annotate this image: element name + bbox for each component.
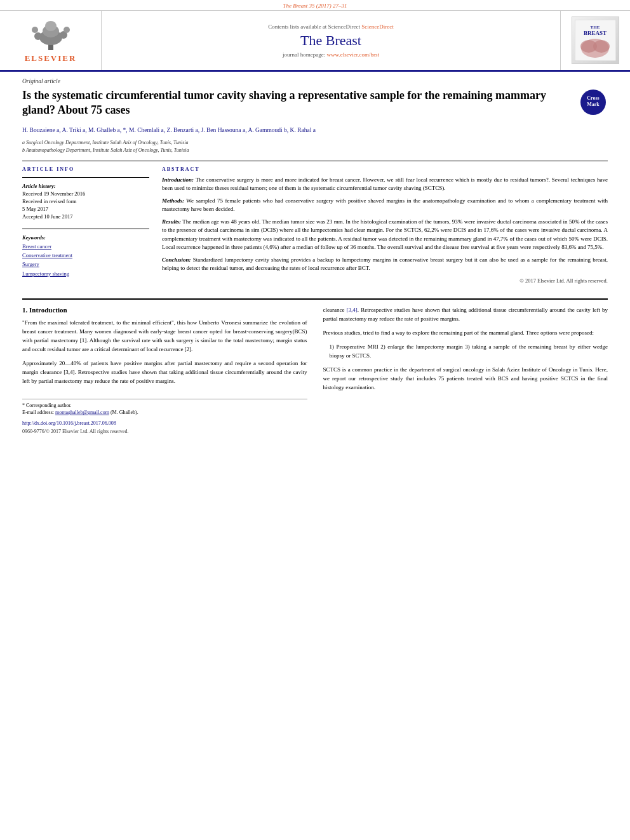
svg-text:THE: THE <box>591 25 600 30</box>
divider-1 <box>22 161 608 161</box>
body-para2: Approximately 20—40% of patients have po… <box>22 359 307 386</box>
abstract-header: ABSTRACT <box>162 166 608 172</box>
elsevier-wordmark: ELSEVIER <box>25 53 77 63</box>
svg-text:Cross: Cross <box>587 95 599 101</box>
main-content: 1. Introduction "From the maximal tolera… <box>0 306 630 434</box>
numbered-list: 1) Preoperative MRI 2) enlarge the lumpe… <box>330 343 608 361</box>
conclusion-text: Standardized lumpectomy cavity shaving p… <box>162 257 608 272</box>
methods-text: We sampled 75 female patients who had co… <box>162 197 608 213</box>
numbered-item-1: 1) Preoperative MRI 2) enlarge the lumpe… <box>330 343 608 361</box>
crossmark-icon: Cross Mark <box>579 88 608 117</box>
doi-link[interactable]: http://dx.doi.org/10.1016/j.breast.2017.… <box>22 420 116 426</box>
results-label: Results: <box>162 218 181 225</box>
ref-3-4-link[interactable]: [3,4] <box>347 307 358 313</box>
keywords-label: Keywords: <box>22 234 149 241</box>
keyword-4: Lumpectomy shaving <box>22 269 149 278</box>
article-history-label: Article history: <box>22 183 149 189</box>
article-history: Article history: Received 19 November 20… <box>22 183 149 221</box>
svg-point-6 <box>32 27 38 33</box>
affiliations: a Surgical Oncology Department, Institut… <box>22 139 608 154</box>
revised-label: Received in revised form <box>22 198 149 206</box>
article-info-abstract: ARTICLE INFO Article history: Received 1… <box>22 166 608 286</box>
affiliation-a: a Surgical Oncology Department, Institut… <box>22 139 608 147</box>
divider-2 <box>22 177 149 178</box>
revised-date: 5 May 2017 <box>22 206 149 213</box>
journal-citation-bar: The Breast 35 (2017) 27–31 <box>0 0 630 11</box>
article-content: Original article Is the systematic circu… <box>0 72 630 292</box>
body-left: 1. Introduction "From the maximal tolera… <box>22 306 307 434</box>
body-columns: 1. Introduction "From the maximal tolera… <box>22 306 608 434</box>
left-column: ARTICLE INFO Article history: Received 1… <box>22 166 149 286</box>
keywords-section: Keywords: Breast cancer Conservative tre… <box>22 234 149 279</box>
journal-title: The Breast <box>300 32 361 49</box>
issn-line: 0960-9776/© 2017 Elsevier Ltd. All right… <box>22 429 307 434</box>
journal-header: ELSEVIER Contents lists available at Sci… <box>0 11 630 72</box>
sciencedirect-link[interactable]: ScienceDirect <box>361 23 393 30</box>
journal-citation: The Breast 35 (2017) 27–31 <box>283 3 347 9</box>
email-address-note: E-mail address: montaghalleb@gmail.com (… <box>22 409 307 416</box>
received-date: Received 19 November 2016 <box>22 190 149 198</box>
bottom-divider <box>22 298 608 300</box>
svg-text:BREAST: BREAST <box>584 30 607 36</box>
svg-point-4 <box>34 32 42 40</box>
svg-text:Mark: Mark <box>587 102 600 107</box>
section1-title: 1. Introduction <box>22 306 307 314</box>
abstract-results: Results: The median age was 48 years old… <box>162 218 608 252</box>
conclusion-label: Conclusion: <box>162 257 191 263</box>
body-para4: SCTCS is a common practice in the depart… <box>323 366 608 392</box>
results-text: The median age was 48 years old. The med… <box>162 218 608 251</box>
abstract-methods: Methods: We sampled 75 female patients w… <box>162 197 608 214</box>
journal-homepage-link[interactable]: www.elsevier.com/brst <box>327 51 379 58</box>
journal-title-area: Contents lists available at ScienceDirec… <box>102 11 560 70</box>
article-info-header: ARTICLE INFO <box>22 166 149 172</box>
intro-text: The conservative surgery is more and mor… <box>162 177 608 192</box>
abstract-conclusion: Conclusion: Standardized lumpectomy cavi… <box>162 256 608 273</box>
body-para1: "From the maximal tolerated treatment, t… <box>22 319 307 354</box>
affiliation-b: b Anatomopathology Department, Institute… <box>22 147 608 154</box>
email-link[interactable]: montaghalleb@gmail.com <box>55 410 109 415</box>
abstract-text: Introduction: The conservative surgery i… <box>162 176 608 285</box>
accepted-date: Accepted 10 June 2017 <box>22 213 149 221</box>
elsevier-logo: ELSEVIER <box>25 17 77 63</box>
elsevier-tree-icon <box>25 17 76 52</box>
methods-label: Methods: <box>162 197 184 204</box>
breast-logo-svg: THE BREAST <box>575 20 616 61</box>
footnote-area: * Corresponding author. E-mail address: … <box>22 399 307 435</box>
keywords-list: Breast cancer Conservative treatment Sur… <box>22 242 149 279</box>
keyword-2: Conservative treatment <box>22 251 149 260</box>
keyword-3: Surgery <box>22 260 149 269</box>
article-type: Original article <box>22 78 608 84</box>
authors: H. Bouzaiene a, A. Triki a, M. Ghalleb a… <box>22 126 608 135</box>
body-previous-studies: Previous studies, tried to find a way to… <box>323 329 608 338</box>
body-right: clearance [3,4]. Retrospective studies h… <box>323 306 608 434</box>
svg-point-13 <box>593 40 610 53</box>
abstract-intro: Introduction: The conservative surgery i… <box>162 176 608 193</box>
svg-point-7 <box>64 27 70 33</box>
breast-logo-box: THE BREAST <box>572 17 619 64</box>
breast-logo-area: THE BREAST <box>560 11 630 70</box>
right-column: ABSTRACT Introduction: The conservative … <box>162 166 608 286</box>
elsevier-logo-area: ELSEVIER <box>0 11 102 70</box>
sciencedirect-line: Contents lists available at ScienceDirec… <box>268 23 394 30</box>
svg-point-3 <box>45 21 57 31</box>
breast-journal-logo: THE BREAST <box>572 17 619 64</box>
article-title: Is the systematic circumferential tumor … <box>22 88 608 118</box>
divider-3 <box>22 229 149 229</box>
journal-homepage: journal homepage: www.elsevier.com/brst <box>283 51 379 58</box>
intro-label: Introduction: <box>162 177 194 183</box>
corresponding-author-note: * Corresponding author. <box>22 402 307 409</box>
body-clearance: clearance [3,4]. Retrospective studies h… <box>323 306 608 324</box>
copyright: © 2017 Elsevier Ltd. All rights reserved… <box>162 277 608 285</box>
keyword-1: Breast cancer <box>22 242 149 251</box>
doi-area: http://dx.doi.org/10.1016/j.breast.2017.… <box>22 420 307 427</box>
